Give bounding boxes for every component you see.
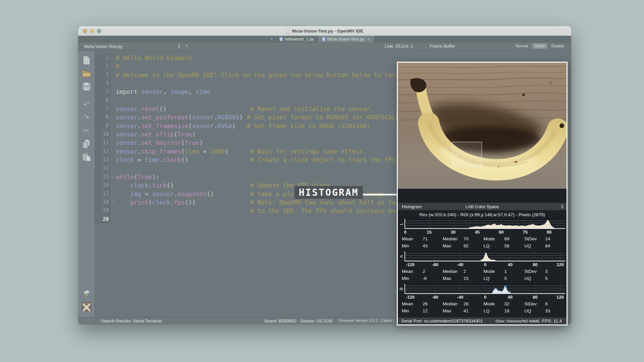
fold-marker-icon <box>111 138 116 147</box>
code-line-1[interactable]: 1# Hello World Example <box>95 54 571 62</box>
open-file-icon[interactable] <box>81 68 92 79</box>
stat-uq: UQ84 <box>524 242 565 249</box>
save-file-icon[interactable] <box>81 81 92 92</box>
axis-tick: 45 <box>475 230 479 235</box>
chevron-updown-icon[interactable]: ▲▼ <box>177 44 180 49</box>
stat-mean: Mean2 <box>402 268 443 275</box>
roi-selection[interactable] <box>452 142 482 167</box>
file-selector[interactable]: Nicla-Vision-Test.py <box>84 42 122 51</box>
stat-mode: Mode89 <box>484 235 525 242</box>
axis-tick: 90 <box>547 230 551 235</box>
code-text: sensor.set_pixformat(sensor.RGB565) # Se… <box>116 113 403 121</box>
code-text: import sensor, image, time <box>116 87 210 96</box>
line-number: 5 <box>95 87 111 96</box>
fps-info: FPS: 11.4 <box>542 318 562 323</box>
titlebar[interactable]: Nicla-Vision-Test.py - OpenMV IDE <box>78 26 571 36</box>
fold-marker-icon <box>111 156 116 164</box>
fold-marker-icon <box>111 164 116 172</box>
fold-marker-icon <box>111 79 116 87</box>
fold-marker-icon <box>111 215 116 224</box>
line-number: 9 <box>95 122 111 130</box>
line-number: 8 <box>95 113 111 121</box>
stat-lq: LQ18 <box>484 307 525 314</box>
code-text: while(True): <box>116 173 159 181</box>
histogram-drag-tooltip: HISTOGRAM <box>294 186 363 199</box>
code-text: sensor.set_framesize(sensor.QVGA) # Set … <box>116 122 370 130</box>
undo-icon[interactable]: ↶ <box>81 99 92 110</box>
code-text: sensor.reset() # Reset and initialize th… <box>116 105 374 113</box>
close-tab-icon[interactable]: × <box>367 37 369 41</box>
sensor-status: Sensor: GC2145 <box>300 318 333 323</box>
stat-min: Min43 <box>402 242 443 249</box>
firmware-status: Firmware Version: 4.2.2 - [ latest ] <box>339 318 394 322</box>
stat-median: Median70 <box>443 235 484 242</box>
tab-bar: × helloworld_1.py Nicla-Vision-Test.py × <box>78 36 571 42</box>
tab-nicla-vision-test[interactable]: Nicla-Vision-Test.py × <box>318 36 374 42</box>
copy-icon[interactable] <box>81 138 92 149</box>
axis-tick: 0 <box>484 262 486 267</box>
a-channel-histogram: A -120-80-4004080120 Mean2Median2Mode1St… <box>398 251 565 282</box>
line-number: 14 <box>95 164 111 172</box>
chevron-updown-icon[interactable]: ▲▼ <box>561 204 564 209</box>
fold-marker-icon <box>111 130 116 138</box>
line-number: 10 <box>95 130 111 138</box>
file-icon <box>322 37 325 41</box>
fold-marker-icon <box>111 62 116 70</box>
connect-icon[interactable] <box>81 288 92 299</box>
histogram-section: Histogram LAB Color Space ▲▼ Res (w:320,… <box>398 189 567 324</box>
color-space-select[interactable]: LAB Color Space <box>398 204 567 209</box>
editor-toolbar: Nicla-Vision-Test.py ▲▼ × Line: 20,Col: … <box>78 42 571 51</box>
tab-helloworld[interactable]: helloworld_1.py <box>275 36 318 42</box>
search-results-toggle[interactable]: Search Results <box>101 318 130 323</box>
channel-stats: Mean26Median28Mode32StDev8Min12Max41LQ18… <box>398 300 565 314</box>
axis-tick: 30 <box>451 230 455 235</box>
record-button[interactable]: Record <box>513 43 530 49</box>
fold-marker-icon[interactable]: ∨ <box>111 173 116 181</box>
frame-buffer-image[interactable] <box>398 63 567 189</box>
toolbar-sidebar: ↶ ↷ ✂ <box>78 51 95 317</box>
axis-tick: 60 <box>499 230 503 235</box>
axis-ticks: -120-80-4004080120 <box>405 294 565 300</box>
stat-mode: Mode1 <box>484 268 525 275</box>
axis-ticks: -120-80-4004080120 <box>405 261 565 268</box>
line-number: 19 <box>95 206 111 215</box>
redo-icon[interactable]: ↷ <box>81 112 92 123</box>
line-number: 13 <box>95 156 111 164</box>
fold-marker-icon <box>111 181 116 189</box>
axis-ticks: 0153045607590 <box>405 229 565 235</box>
disconnect-icon[interactable] <box>81 301 92 312</box>
banana-photo <box>398 63 567 189</box>
stat-min: Min12 <box>402 307 443 314</box>
code-text: # <box>116 62 119 70</box>
new-file-icon[interactable] <box>81 55 92 66</box>
line-number: 6 <box>95 96 111 105</box>
fold-marker-icon <box>111 105 116 113</box>
zoom-button[interactable]: Zoom <box>532 43 547 49</box>
close-icon[interactable]: × <box>268 37 275 42</box>
serial-terminal-toggle[interactable]: Serial Terminal <box>133 318 162 323</box>
stat-mode: Mode32 <box>484 300 525 307</box>
fold-marker-icon <box>111 54 116 62</box>
stat-median: Median2 <box>443 268 484 275</box>
serial-status-bar: Serial Port: cu.usbmodem3167376334301 Dr… <box>398 317 567 324</box>
stat-lq: LQ0 <box>484 275 525 282</box>
code-text: sensor.set_vflip(True) <box>116 130 196 138</box>
axis-tick: -40 <box>457 295 464 300</box>
fold-marker-icon <box>111 147 116 156</box>
line-number: 2 <box>95 62 111 70</box>
fold-marker-icon <box>111 190 116 198</box>
paste-icon[interactable] <box>81 152 92 162</box>
stat-max: Max41 <box>443 307 484 314</box>
line-number: 18 <box>95 198 111 206</box>
fold-marker-icon[interactable]: ∨ <box>111 198 116 206</box>
fold-marker-icon <box>111 113 116 121</box>
stat-uq: UQ5 <box>524 275 565 282</box>
disable-button[interactable]: Disable <box>549 43 567 49</box>
document-icon <box>286 29 290 34</box>
line-number: 1 <box>95 54 111 62</box>
line-number: 4 <box>95 79 111 87</box>
line-number: 17 <box>95 190 111 198</box>
cut-icon[interactable]: ✂ <box>81 125 92 136</box>
stat-max: Max92 <box>443 242 484 249</box>
close-file-icon[interactable]: × <box>185 43 188 48</box>
